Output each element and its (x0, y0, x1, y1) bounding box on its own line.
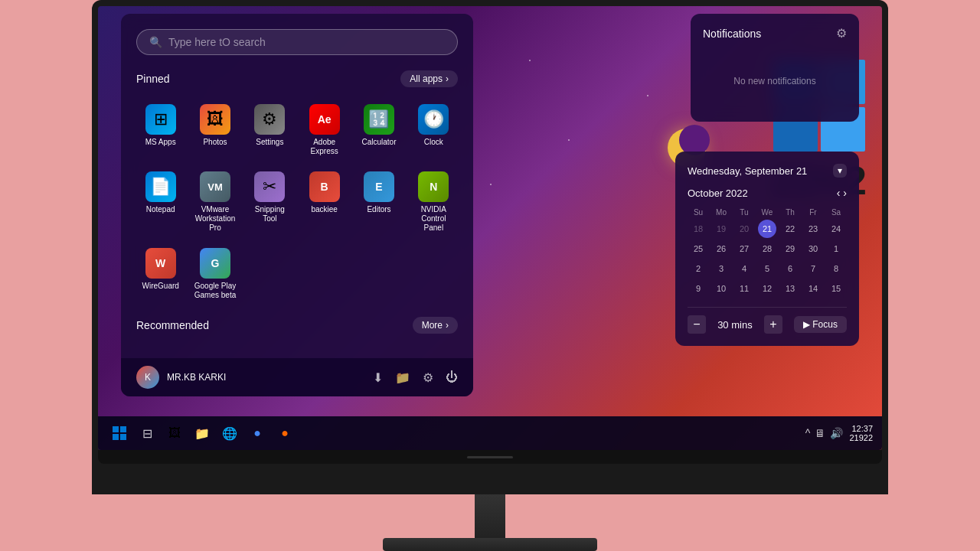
notepad-label: Notepad (146, 205, 175, 214)
editors-label: Editors (367, 205, 390, 214)
app-ms-apps[interactable]: ⊞ MS Apps (136, 99, 185, 161)
focus-start-button[interactable]: ▶ Focus (794, 316, 847, 333)
app-adobe[interactable]: Ae Adobe Express (300, 99, 348, 161)
cal-header-sa: Sa (825, 207, 847, 218)
taskbar-left: ⊟ 🖼 📁 🌐 ● ● (107, 421, 297, 445)
clock-icon: 🕐 (418, 104, 449, 135)
cal-day-5[interactable]: 5 (758, 259, 776, 278)
taskbar-firefox[interactable]: ● (273, 421, 297, 445)
monitor: 22H2 🔍 Type here tO search Pinned All ap… (92, 0, 888, 494)
settings-icon: ⚙ (254, 104, 285, 135)
cal-day-19[interactable]: 19 (712, 220, 730, 238)
app-nvidia[interactable]: N NVIDIA Control Panel (410, 167, 458, 237)
cal-day-13[interactable]: 13 (781, 279, 799, 298)
search-icon: 🔍 (149, 36, 162, 48)
app-google-games[interactable]: G Google Play Games beta (191, 243, 239, 305)
power-icon[interactable]: ⏻ (446, 370, 458, 385)
pinned-label: Pinned (136, 73, 170, 85)
cal-day-2[interactable]: 2 (689, 259, 707, 278)
svg-rect-3 (120, 434, 126, 440)
cal-day-14[interactable]: 14 (804, 279, 822, 298)
clock-display[interactable]: 12:37 21922 (849, 424, 873, 442)
more-button[interactable]: More › (413, 317, 458, 334)
taskbar-explorer[interactable]: 📁 (190, 421, 214, 445)
cal-day-7[interactable]: 7 (804, 259, 822, 278)
folder-icon[interactable]: 📁 (395, 370, 410, 385)
app-vmware[interactable]: VM VMware Workstation Pro (191, 167, 239, 237)
cal-day-1[interactable]: 1 (827, 240, 845, 258)
cal-day-18[interactable]: 18 (689, 220, 707, 238)
all-apps-button[interactable]: All apps › (400, 70, 458, 87)
app-photos[interactable]: 🖼 Photos (191, 99, 239, 161)
calendar-nav: ‹ › (837, 187, 847, 199)
cal-day-11[interactable]: 11 (735, 279, 753, 298)
app-editors[interactable]: E Editors (354, 167, 403, 237)
cal-day-23[interactable]: 23 (804, 220, 822, 238)
calendar-grid: Su Mo Tu We Th Fr Sa 18 19 20 21 22 23 2… (688, 207, 847, 298)
search-input[interactable]: Type here tO search (168, 36, 266, 48)
snipping-label: Snipping Tool (249, 205, 291, 223)
app-backiee[interactable]: B backiee (300, 167, 348, 237)
calendar-prev-button[interactable]: ‹ (837, 187, 841, 199)
adobe-label: Adobe Express (303, 138, 345, 156)
recommended-header: Recommended More › (136, 317, 458, 334)
calendar-dropdown-button[interactable]: ▾ (833, 164, 847, 178)
app-calculator[interactable]: 🔢 Calculator (354, 99, 403, 161)
notepad-icon: 📄 (145, 171, 176, 202)
wireguard-icon: W (145, 248, 176, 279)
pinned-apps-grid: ⊞ MS Apps 🖼 Photos ⚙ Settings Ae Adobe E… (136, 99, 458, 305)
svg-rect-0 (113, 426, 119, 432)
calendar-next-button[interactable]: › (843, 187, 847, 199)
cal-day-4[interactable]: 4 (735, 259, 753, 278)
gear-icon[interactable]: ⚙ (423, 370, 433, 385)
cal-day-21-today[interactable]: 21 (758, 220, 776, 238)
app-wireguard[interactable]: W WireGuard (136, 243, 185, 305)
app-notepad[interactable]: 📄 Notepad (136, 167, 185, 237)
search-bar[interactable]: 🔍 Type here tO search (136, 29, 458, 55)
calendar-date-text: Wednesday, September 21 (688, 165, 807, 177)
cal-day-22[interactable]: 22 (781, 220, 799, 238)
monitor-stand-neck (475, 494, 505, 538)
system-tray-icons: ^ 🖥 🔊 (805, 427, 844, 439)
cal-day-30[interactable]: 30 (804, 240, 822, 258)
cal-day-8[interactable]: 8 (827, 259, 845, 278)
focus-plus-button[interactable]: + (764, 315, 782, 334)
calendar-date-header: Wednesday, September 21 ▾ (688, 164, 847, 178)
ms-apps-icon: ⊞ (145, 104, 176, 135)
cal-day-12[interactable]: 12 (758, 279, 776, 298)
focus-minus-button[interactable]: − (688, 315, 706, 334)
task-view-button[interactable]: ⊟ (135, 421, 159, 445)
calendar-month-text: October 2022 (688, 187, 748, 199)
user-actions: ⬇ 📁 ⚙ ⏻ (373, 370, 458, 385)
cal-day-15[interactable]: 15 (827, 279, 845, 298)
download-icon[interactable]: ⬇ (373, 370, 383, 385)
app-settings[interactable]: ⚙ Settings (246, 99, 294, 161)
cal-day-3[interactable]: 3 (712, 259, 730, 278)
chevron-up-icon[interactable]: ^ (805, 427, 811, 439)
svg-rect-2 (113, 434, 119, 440)
notifications-settings-icon[interactable]: ⚙ (836, 26, 847, 41)
taskbar-edge[interactable]: 🌐 (217, 421, 242, 445)
cal-day-20[interactable]: 20 (735, 220, 753, 238)
taskbar-photos[interactable]: 🖼 (162, 421, 187, 445)
monitor-icon[interactable]: 🖥 (815, 427, 825, 439)
snipping-icon: ✂ (254, 171, 285, 202)
taskbar: ⊟ 🖼 📁 🌐 ● ● ^ 🖥 🔊 12:37 21922 (98, 416, 882, 450)
cal-day-29[interactable]: 29 (781, 240, 799, 258)
cal-day-27[interactable]: 27 (735, 240, 753, 258)
vmware-label: VMware Workstation Pro (194, 205, 236, 233)
start-button[interactable] (107, 421, 132, 445)
cal-day-6[interactable]: 6 (781, 259, 799, 278)
app-clock[interactable]: 🕐 Clock (410, 99, 458, 161)
volume-icon[interactable]: 🔊 (830, 427, 843, 439)
cal-day-25[interactable]: 25 (689, 240, 707, 258)
no-notifications-message: No new notifications (703, 53, 847, 109)
app-snipping[interactable]: ✂ Snipping Tool (246, 167, 294, 237)
cal-day-26[interactable]: 26 (712, 240, 730, 258)
cal-day-28[interactable]: 28 (758, 240, 776, 258)
cal-day-24[interactable]: 24 (827, 220, 845, 238)
cal-day-10[interactable]: 10 (712, 279, 730, 298)
cal-day-9[interactable]: 9 (689, 279, 707, 298)
cal-header-mo: Mo (710, 207, 732, 218)
taskbar-chrome[interactable]: ● (245, 421, 270, 445)
